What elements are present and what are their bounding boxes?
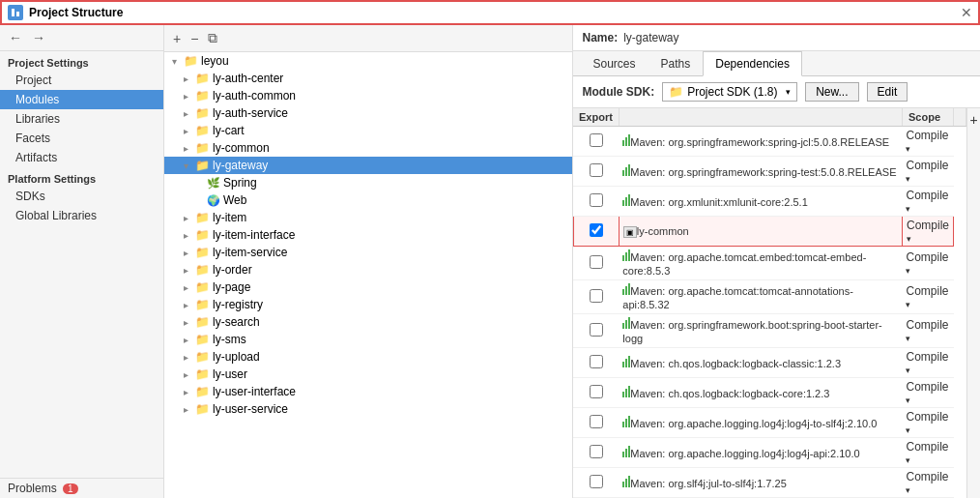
problems-count: 1 [63,483,78,494]
sidebar-item-sdks[interactable]: SDKs [0,187,163,206]
tree-item-ly-user[interactable]: ▸ 📁 ly-user [164,366,572,383]
scope-dropdown-arrow[interactable]: ▾ [906,266,910,276]
dep-export-checkbox[interactable] [590,223,603,237]
tree-item-ly-order[interactable]: ▸ 📁 ly-order [164,261,572,278]
sdk-folder-icon: 📁 [669,85,683,99]
tree-item-ly-search[interactable]: ▸ 📁 ly-search [164,313,572,331]
add-module-button[interactable]: + [170,30,184,47]
scope-dropdown-arrow[interactable]: ▾ [906,334,910,343]
expand-arrow: ▸ [184,213,195,223]
tree-item-ly-auth-service[interactable]: ▸ 📁 ly-auth-service [164,104,572,122]
scope-dropdown-arrow[interactable]: ▾ [906,174,910,184]
scope-dropdown-arrow[interactable]: ▾ [907,234,911,244]
tree-label: Spring [223,176,257,190]
dep-export-checkbox[interactable] [590,355,603,368]
tree-item-ly-user-interface[interactable]: ▸ 📁 ly-user-interface [164,383,572,400]
problems-section: Problems 1 [0,478,163,498]
expand-arrow: ▸ [184,265,195,276]
tree-item-ly-gateway[interactable]: ▾ 📁 ly-gateway [164,157,572,174]
scope-dropdown-arrow[interactable]: ▾ [906,425,910,435]
tree-label: ly-common [213,141,270,155]
copy-module-button[interactable]: ⧉ [205,29,220,47]
tree-item-ly-cart[interactable]: ▸ 📁 ly-cart [164,122,572,139]
folder-icon: 📁 [195,402,210,416]
col-actions [954,108,966,127]
tree-label: ly-item [213,211,246,224]
platform-settings-heading: Platform Settings [0,167,163,187]
tree-item-ly-user-service[interactable]: ▸ 📁 ly-user-service [164,400,572,418]
scope-dropdown-arrow[interactable]: ▾ [906,395,910,405]
sidebar-item-global-libraries[interactable]: Global Libraries [0,206,163,225]
tree-item-ly-item-service[interactable]: ▸ 📁 ly-item-service [164,244,572,261]
expand-arrow: ▸ [184,335,195,345]
scope-dropdown-arrow[interactable]: ▾ [906,455,910,465]
tab-sources[interactable]: Sources [581,51,649,76]
scope-dropdown-arrow[interactable]: ▾ [906,300,910,309]
dep-scope: Compile ▾ [902,127,953,157]
dep-table: Export Scope Maven: org.springframework:… [573,108,967,498]
dep-export-checkbox[interactable] [590,385,603,398]
dep-export-checkbox[interactable] [590,445,603,458]
tree-item-ly-auth-common[interactable]: ▸ 📁 ly-auth-common [164,87,572,104]
scope-dropdown-arrow[interactable]: ▾ [906,366,910,375]
dep-export-checkbox[interactable] [590,323,603,337]
sidebar-item-modules[interactable]: Modules [0,90,163,109]
dep-scope: Compile ▾ [902,217,953,247]
tree-item-leyou[interactable]: ▾ 📁 leyou [164,52,572,70]
remove-module-button[interactable]: − [187,30,201,47]
scope-dropdown-arrow[interactable]: ▾ [906,204,910,214]
dep-scope: Compile ▾ [902,348,953,378]
folder-icon: 📁 [195,228,210,242]
sdk-label: Module SDK: [583,85,655,99]
tree-item-ly-page[interactable]: ▸ 📁 ly-page [164,278,572,296]
sidebar-item-libraries[interactable]: Libraries [0,109,163,129]
name-value: ly-gateway [623,31,678,44]
tree-item-ly-registry[interactable]: ▸ 📁 ly-registry [164,296,572,313]
sidebar: ← → Project Settings Project Modules Lib… [0,25,164,498]
expand-arrow: ▸ [184,230,195,241]
tree-item-ly-item[interactable]: ▸ 📁 ly-item [164,209,572,226]
dep-export-checkbox[interactable] [590,255,603,269]
tree-item-ly-item-interface[interactable]: ▸ 📁 ly-item-interface [164,226,572,244]
dep-export-checkbox[interactable] [590,475,603,488]
sdk-new-button[interactable]: New... [805,82,858,102]
sdk-edit-button[interactable]: Edit [867,82,908,102]
project-icon: ▣ [623,224,637,238]
close-button[interactable]: ✕ [961,5,972,20]
sidebar-item-project[interactable]: Project [0,71,163,90]
dep-scope: Compile ▾ [902,408,953,438]
sidebar-item-facets[interactable]: Facets [0,129,163,148]
tab-paths[interactable]: Paths [649,51,704,76]
table-row: Maven: ch.qos.logback:logback-classic:1.… [573,348,966,378]
tree-label: ly-order [213,263,252,277]
sidebar-item-artifacts[interactable]: Artifacts [0,148,163,167]
tree-item-spring[interactable]: 🌿 Spring [164,174,572,191]
dep-export-checkbox[interactable] [590,193,603,207]
back-button[interactable]: ← [6,29,25,46]
tree-item-ly-common[interactable]: ▸ 📁 ly-common [164,139,572,157]
dep-export-checkbox[interactable] [590,415,603,428]
scope-dropdown-arrow[interactable]: ▾ [906,144,910,154]
window-title: Project Structure [29,6,123,19]
tree-item-ly-sms[interactable]: ▸ 📁 ly-sms [164,331,572,348]
col-export: Export [573,108,619,127]
dep-name: ly-common [637,225,689,237]
dep-name: Maven: org.springframework.boot:spring-b… [622,319,881,344]
tree-item-web[interactable]: 🌍 Web [164,191,572,209]
tree-item-ly-auth-center[interactable]: ▸ 📁 ly-auth-center [164,70,572,87]
tree-item-ly-upload[interactable]: ▸ 📁 ly-upload [164,348,572,366]
dep-export-checkbox[interactable] [590,133,603,147]
dep-table-wrap: Export Scope Maven: org.springframework:… [573,108,967,498]
folder-icon: 📁 [195,263,210,277]
add-dependency-button[interactable]: + [969,112,977,128]
tab-dependencies[interactable]: Dependencies [703,51,802,76]
expand-arrow: ▸ [184,282,195,293]
forward-button[interactable]: → [29,29,48,46]
dep-export-checkbox[interactable] [590,163,603,177]
folder-icon: 📁 [195,367,210,381]
dep-export-checkbox[interactable] [590,289,603,303]
tree-label: ly-sms [213,333,246,346]
scope-dropdown-arrow[interactable]: ▾ [906,485,910,495]
table-row: Maven: org.apache.tomcat.embed:tomcat-em… [573,247,966,280]
sdk-select[interactable]: 📁 Project SDK (1.8) ▾ [662,82,797,102]
